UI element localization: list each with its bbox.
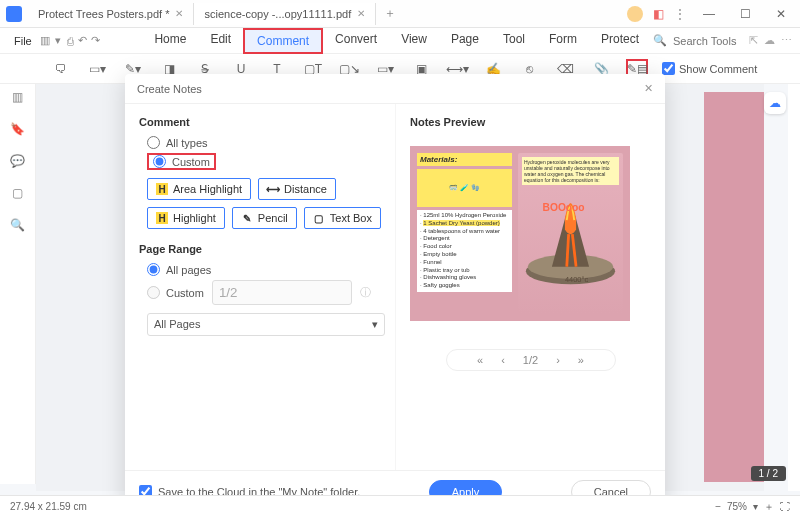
- tab-1[interactable]: Protect Trees Posters.pdf * ✕: [28, 3, 194, 25]
- show-comment-toggle[interactable]: Show Comment: [662, 62, 757, 75]
- menu-convert[interactable]: Convert: [323, 28, 389, 54]
- highlight-icon[interactable]: ▭▾: [86, 59, 108, 79]
- close-icon[interactable]: ✕: [644, 82, 653, 95]
- highlight-icon: H: [156, 212, 168, 224]
- close-button[interactable]: ✕: [768, 7, 794, 21]
- radio-custom-input[interactable]: [153, 155, 166, 168]
- chip-area-highlight[interactable]: HArea Highlight: [147, 178, 251, 200]
- menu-view[interactable]: View: [389, 28, 439, 54]
- file-menu[interactable]: File: [8, 35, 38, 47]
- more-icon[interactable]: ⋯: [781, 34, 792, 47]
- left-sidebar: ▥ 🔖 💬 ▢ 🔍: [0, 84, 36, 484]
- share-icon[interactable]: ⇱: [749, 34, 758, 47]
- chip-label: Text Box: [330, 212, 372, 224]
- open-icon[interactable]: ▥: [40, 32, 51, 50]
- next-page-icon[interactable]: ›: [556, 354, 560, 366]
- right-gutter: [788, 84, 800, 491]
- search-panel-icon[interactable]: 🔍: [10, 218, 25, 232]
- radio-all-pages-input[interactable]: [147, 263, 160, 276]
- notification-icon[interactable]: ◧: [653, 7, 664, 21]
- radio-custom-pages[interactable]: Custom: [147, 286, 204, 299]
- app-icon: [6, 6, 22, 22]
- menu-edit[interactable]: Edit: [198, 28, 243, 54]
- maximize-button[interactable]: ☐: [732, 7, 758, 21]
- radio-label: Custom: [166, 287, 204, 299]
- cloud-sync-icon[interactable]: ☁: [764, 92, 786, 114]
- menu-comment[interactable]: Comment: [243, 28, 323, 54]
- materials-header: Materials:: [417, 153, 512, 166]
- tab-label: science-copy -...opy11111.pdf: [204, 8, 351, 20]
- tab-2[interactable]: science-copy -...opy11111.pdf ✕: [194, 3, 376, 25]
- zoom-dropdown-icon[interactable]: ▾: [753, 501, 758, 512]
- radio-all-types-input[interactable]: [147, 136, 160, 149]
- prev-page-icon[interactable]: ‹: [501, 354, 505, 366]
- chip-highlight[interactable]: HHighlight: [147, 207, 225, 229]
- page-render: [704, 92, 764, 482]
- volcano-illustration: BOOooo 4400°c: [524, 183, 617, 285]
- materials-list: · 125ml 10% Hydrogen Peroxide · 1 Sachet…: [417, 210, 512, 292]
- zoom-out-icon[interactable]: −: [715, 501, 721, 512]
- page-dimensions: 27.94 x 21.59 cm: [10, 501, 87, 512]
- first-page-icon[interactable]: «: [477, 354, 483, 366]
- redo-icon[interactable]: ↷: [90, 32, 101, 50]
- distance-icon: ⟷: [267, 183, 279, 195]
- search-icon: 🔍: [653, 34, 667, 47]
- textbox-icon: ▢: [313, 212, 325, 224]
- chip-distance[interactable]: ⟷Distance: [258, 178, 336, 200]
- comment-section-title: Comment: [139, 116, 381, 128]
- search-input[interactable]: [673, 35, 743, 47]
- radio-custom-pages-input[interactable]: [147, 286, 160, 299]
- bookmark-icon[interactable]: 🔖: [10, 122, 25, 136]
- close-icon[interactable]: ✕: [357, 8, 365, 19]
- last-page-icon[interactable]: »: [578, 354, 584, 366]
- preview-pager: « ‹ 1/2 › »: [446, 349, 616, 371]
- menu-protect[interactable]: Protect: [589, 28, 651, 54]
- chip-label: Pencil: [258, 212, 288, 224]
- print-icon[interactable]: ⎙: [65, 32, 76, 50]
- notes-preview: Materials: 🥽 🧪 🧤 · 125ml 10% Hydrogen Pe…: [410, 146, 630, 321]
- kebab-icon[interactable]: ⋮: [674, 7, 686, 21]
- save-icon[interactable]: ▾: [52, 32, 63, 50]
- menu-page[interactable]: Page: [439, 28, 491, 54]
- radio-all-types[interactable]: All types: [147, 136, 381, 149]
- close-icon[interactable]: ✕: [175, 8, 183, 19]
- svg-text:4400°c: 4400°c: [565, 276, 588, 285]
- attachment-panel-icon[interactable]: ▢: [12, 186, 23, 200]
- dialog-right-panel: Notes Preview Materials: 🥽 🧪 🧤 · 125ml 1…: [395, 104, 665, 470]
- zoom-in-icon[interactable]: ＋: [764, 500, 774, 514]
- create-notes-dialog: Create Notes ✕ Comment All types Custom …: [125, 74, 665, 512]
- preview-title: Notes Preview: [410, 116, 651, 128]
- pagerange-section-title: Page Range: [139, 243, 381, 255]
- custom-pages-input[interactable]: [212, 280, 352, 305]
- avatar[interactable]: [627, 6, 643, 22]
- fit-width-icon[interactable]: ⛶: [780, 501, 790, 512]
- dialog-title: Create Notes: [137, 83, 202, 95]
- minimize-button[interactable]: —: [696, 7, 722, 21]
- radio-label: All types: [166, 137, 208, 149]
- radio-custom[interactable]: Custom: [147, 153, 216, 170]
- boom-text: BOOooo: [543, 202, 585, 213]
- tab-label: Protect Trees Posters.pdf *: [38, 8, 169, 20]
- note-icon[interactable]: 🗨: [50, 59, 72, 79]
- chip-pencil[interactable]: ✎Pencil: [232, 207, 297, 229]
- menu-home[interactable]: Home: [142, 28, 198, 54]
- chip-label: Highlight: [173, 212, 216, 224]
- undo-icon[interactable]: ↶: [77, 32, 88, 50]
- sticky-note: Hydrogen peroxide molecules are very uns…: [522, 157, 619, 185]
- cloud-icon[interactable]: ☁: [764, 34, 775, 47]
- highlight-icon: H: [156, 183, 168, 195]
- comment-panel-icon[interactable]: 💬: [10, 154, 25, 168]
- thumbnails-icon[interactable]: ▥: [12, 90, 23, 104]
- chip-label: Distance: [284, 183, 327, 195]
- menu-tool[interactable]: Tool: [491, 28, 537, 54]
- pencil-icon: ✎: [241, 212, 253, 224]
- chip-label: Area Highlight: [173, 183, 242, 195]
- radio-all-pages[interactable]: All pages: [147, 263, 381, 276]
- chip-textbox[interactable]: ▢Text Box: [304, 207, 381, 229]
- add-tab-button[interactable]: ＋: [376, 5, 404, 22]
- statusbar: 27.94 x 21.59 cm − 75% ▾ ＋ ⛶: [0, 495, 800, 517]
- pages-dropdown[interactable]: All Pages ▾: [147, 313, 385, 336]
- dropdown-value: All Pages: [154, 318, 200, 331]
- menu-form[interactable]: Form: [537, 28, 589, 54]
- materials-image: 🥽 🧪 🧤: [417, 169, 512, 207]
